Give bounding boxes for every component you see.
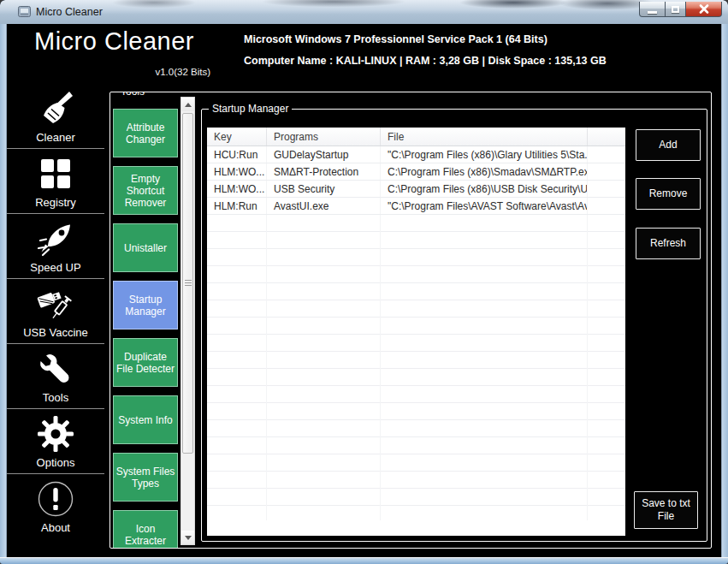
column-divider — [587, 215, 588, 520]
tool-button-empty-shortcut-remover[interactable]: Empty Shortcut Remover — [113, 166, 178, 215]
close-icon — [699, 4, 709, 14]
sidebar-item-cleaner[interactable]: Cleaner — [7, 84, 104, 149]
cell-key: HCU:Run — [207, 146, 267, 163]
wrench-icon — [36, 349, 75, 389]
system-info: Microsoft Windows 7 Professionnel Servic… — [244, 33, 607, 68]
cell-file: C:\Program Files (x86)\USB Disk Security… — [381, 181, 588, 197]
startup-manager-title: Startup Manager — [209, 103, 292, 116]
tool-button-system-info[interactable]: System Info — [113, 395, 178, 444]
maximize-icon — [672, 6, 679, 13]
scrollbar-grip-icon — [185, 280, 192, 287]
startup-manager-groupbox: Startup Manager Key Programs File HCU:Ru… — [201, 109, 707, 542]
window-controls — [639, 2, 722, 17]
cell-file: C:\Program Files (x86)\Smadav\SMΔRTP.exe… — [381, 163, 588, 180]
sidebar-item-label: Cleaner — [36, 131, 75, 144]
tools-scrollbar[interactable] — [181, 97, 195, 545]
window-frame-bottom — [0, 557, 728, 564]
broom-icon — [36, 89, 75, 128]
window-title: Micro Cleaner — [36, 6, 103, 18]
tool-button-system-files-types[interactable]: System Files Types — [113, 453, 178, 502]
window-frame-right — [721, 24, 728, 557]
sidebar-item-label: USB Vaccine — [23, 326, 88, 339]
computer-info-line: Computer Name : KALI-LINUX | RAM : 3,28 … — [244, 54, 607, 68]
column-header-file[interactable]: File — [381, 128, 588, 145]
column-header-programs[interactable]: Programs — [267, 128, 381, 145]
column-header-key[interactable]: Key — [207, 128, 267, 145]
tool-button-duplicate-file-detecter[interactable]: Duplicate File Detecter — [113, 338, 178, 387]
sidebar-item-label: Options — [37, 456, 75, 469]
tools-groupbox: Tools Attribute Changer Empty Shortcut R… — [109, 92, 712, 549]
sidebar-item-label: Tools — [43, 391, 68, 404]
usb-syringe-icon — [36, 284, 75, 324]
tool-button-attribute-changer[interactable]: Attribute Changer — [113, 109, 178, 157]
cell-extra — [588, 181, 625, 197]
client-area: Micro Cleaner v1.0(32 Bits) Microsoft Wi… — [7, 24, 721, 557]
refresh-button[interactable]: Refresh — [636, 228, 701, 259]
tools-groupbox-title: Tools — [117, 92, 148, 98]
grid-icon — [36, 154, 75, 193]
table-row[interactable]: HCU:Run GUDelayStartup "C:\Program Files… — [207, 146, 625, 163]
minimize-button[interactable] — [639, 2, 666, 17]
save-to-txt-button[interactable]: Save to txt File — [634, 491, 698, 529]
sidebar-item-label: About — [41, 521, 70, 534]
app-window: Micro Cleaner Micro Cleaner v1.0(32 Bits… — [0, 0, 728, 564]
sidebar-item-usb-vaccine[interactable]: USB Vaccine — [7, 279, 104, 344]
title-bar[interactable]: Micro Cleaner — [0, 0, 728, 24]
window-frame-left — [0, 24, 7, 557]
cell-extra — [588, 198, 625, 214]
sidebar: Cleaner Registry — [7, 84, 104, 539]
cell-extra — [588, 163, 625, 180]
add-button[interactable]: Add — [636, 129, 701, 161]
column-divider — [266, 215, 267, 520]
cell-program: GUDelayStartup — [267, 146, 381, 163]
sidebar-item-label: Registry — [35, 196, 76, 209]
cell-key: HLM:WO... — [207, 163, 267, 180]
tool-button-unistaller[interactable]: Unistaller — [113, 223, 178, 272]
sidebar-item-label: Speed UP — [30, 261, 80, 274]
app-title: Micro Cleaner — [34, 27, 194, 56]
cell-program: SMΔRT-Protection — [267, 163, 381, 180]
tool-button-icon-extracter[interactable]: Icon Extracter — [113, 510, 178, 549]
sidebar-item-tools[interactable]: Tools — [7, 344, 104, 409]
cell-extra — [588, 146, 625, 163]
scroll-up-button[interactable] — [181, 98, 194, 111]
cell-program: USB Security — [267, 181, 381, 197]
app-version: v1.0(32 Bits) — [33, 67, 210, 77]
tool-button-startup-manager[interactable]: Startup Manager — [113, 281, 178, 329]
column-header-extra[interactable] — [588, 128, 625, 145]
rocket-icon — [36, 219, 75, 258]
scroll-down-button[interactable] — [181, 531, 194, 544]
exclamation-circle-icon — [36, 479, 75, 519]
table-row[interactable]: HLM:WO... SMΔRT-Protection C:\Program Fi… — [207, 163, 625, 181]
app-window-icon — [18, 6, 31, 17]
minimize-icon — [648, 11, 657, 14]
os-info-line: Microsoft Windows 7 Professionnel Servic… — [244, 33, 607, 46]
triangle-down-icon — [185, 536, 192, 540]
gear-icon — [36, 414, 75, 454]
scrollbar-thumb[interactable] — [182, 113, 193, 454]
cell-key: HLM:Run — [207, 198, 267, 214]
table-row[interactable]: HLM:WO... USB Security C:\Program Files … — [207, 181, 625, 198]
maximize-button[interactable] — [666, 2, 685, 17]
table-empty-area — [207, 215, 625, 520]
sidebar-item-about[interactable]: About — [7, 474, 104, 539]
cell-file: "C:\Program Files\AVAST Software\Avast\A… — [381, 198, 588, 214]
cell-file: "C:\Program Files (x86)\Glary Utilities … — [381, 146, 588, 163]
tool-button-column: Attribute Changer Empty Shortcut Remover… — [113, 109, 178, 549]
sidebar-item-options[interactable]: Options — [7, 409, 104, 474]
remove-button[interactable]: Remove — [636, 178, 701, 210]
startup-items-table[interactable]: Key Programs File HCU:Run GUDelayStartup… — [207, 128, 625, 536]
table-row[interactable]: HLM:Run AvastUI.exe "C:\Program Files\AV… — [207, 198, 625, 215]
cell-key: HLM:WO... — [207, 181, 267, 197]
sidebar-item-speed-up[interactable]: Speed UP — [7, 214, 104, 279]
column-divider — [380, 215, 381, 520]
cell-program: AvastUI.exe — [267, 198, 381, 214]
table-header-row: Key Programs File — [207, 128, 625, 146]
triangle-up-icon — [185, 103, 192, 107]
sidebar-item-registry[interactable]: Registry — [7, 149, 104, 214]
close-button[interactable] — [685, 2, 722, 17]
